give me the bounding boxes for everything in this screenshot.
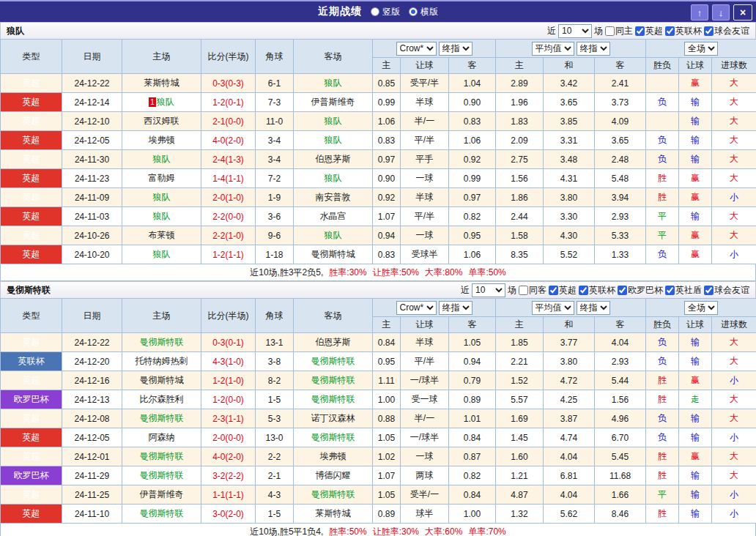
league-checkbox[interactable]: [579, 286, 588, 295]
home-team-cell[interactable]: 1狼队: [122, 93, 201, 112]
same-venue-checkbox[interactable]: [519, 286, 528, 295]
scope-header: 全场: [646, 299, 756, 317]
goals-result-cell: 大: [712, 74, 756, 93]
league-checkbox[interactable]: [635, 26, 645, 36]
euro-stage-select[interactable]: 终指: [577, 42, 610, 56]
league-filter[interactable]: 球会友谊: [704, 25, 749, 37]
away-team-cell[interactable]: 博德闪耀: [294, 466, 373, 485]
home-team-cell[interactable]: 狼队: [122, 188, 201, 207]
league-filter[interactable]: 球会友谊: [704, 284, 749, 297]
odds-provider-select[interactable]: Crow*: [396, 301, 437, 315]
league-checkbox[interactable]: [618, 286, 627, 295]
same-venue-checkbox[interactable]: [605, 26, 615, 36]
home-team-cell[interactable]: 狼队: [122, 150, 201, 169]
away-team-name: 诺丁汉森林: [311, 413, 355, 423]
league-filter[interactable]: 英超: [549, 284, 577, 297]
home-team-cell[interactable]: 曼彻斯特联: [122, 466, 201, 485]
home-team-cell[interactable]: 曼彻斯特联: [122, 409, 201, 428]
match-count-select[interactable]: 10: [472, 283, 505, 297]
league-checkbox[interactable]: [704, 26, 714, 36]
euro-provider-select[interactable]: 平均值: [532, 42, 574, 56]
close-button[interactable]: ×: [733, 4, 752, 21]
handicap-away-odds-cell: 1.00: [449, 505, 496, 524]
away-team-cell[interactable]: 曼彻斯特联: [294, 352, 373, 371]
league-filters: 英超英联杯欧罗巴杯英社盾球会友谊: [549, 284, 749, 297]
away-team-cell[interactable]: 水晶宫: [294, 207, 373, 226]
home-team-cell[interactable]: 曼彻斯特联: [122, 447, 201, 466]
match-count-select[interactable]: 10: [558, 24, 592, 38]
euro-stage-select[interactable]: 终指: [577, 301, 610, 315]
away-team-cell[interactable]: 曼彻斯特城: [294, 245, 373, 264]
home-team-cell[interactable]: 伊普斯维奇: [122, 485, 201, 505]
away-team-cell[interactable]: 曼彻斯特联: [294, 485, 373, 505]
away-team-cell[interactable]: 伯恩茅斯: [294, 333, 373, 352]
home-team-cell[interactable]: 托特纳姆热刺: [122, 352, 201, 371]
home-team-name: 托特纳姆热刺: [136, 356, 188, 366]
scroll-down-button[interactable]: ↓: [712, 4, 730, 21]
home-team-cell[interactable]: 阿森纳: [122, 428, 201, 447]
home-team-cell[interactable]: 富勒姆: [122, 169, 201, 188]
league-filter[interactable]: 英社盾: [665, 284, 702, 297]
scope-select[interactable]: 全场: [684, 301, 718, 315]
score-cell: 1-2(1-1): [201, 245, 256, 264]
handicap-line-cell: 半球: [401, 93, 449, 112]
league-filter[interactable]: 英超: [635, 25, 663, 37]
league-label: 英社盾: [675, 284, 702, 297]
away-team-cell[interactable]: 南安普敦: [294, 188, 373, 207]
away-team-cell[interactable]: 狼队: [294, 131, 373, 150]
euro-provider-select[interactable]: 平均值: [532, 301, 574, 315]
away-team-cell[interactable]: 狼队: [294, 112, 373, 131]
league-checkbox[interactable]: [549, 286, 558, 295]
odds-stage-select[interactable]: 终指: [439, 301, 472, 315]
away-team-cell[interactable]: 曼彻斯特联: [294, 428, 373, 447]
home-team-cell[interactable]: 西汉姆联: [122, 112, 201, 131]
away-team-name: 曼彻斯特联: [311, 394, 355, 404]
odds-provider-select[interactable]: Crow*: [396, 42, 437, 56]
corner-cell: 6-1: [256, 74, 294, 93]
league-checkbox[interactable]: [665, 26, 675, 36]
match-date-cell: 24-11-09: [62, 188, 122, 207]
score-cell: 2-3(1-1): [201, 409, 256, 428]
euro-away-odds-cell: 3.94: [595, 188, 646, 207]
home-team-cell[interactable]: 莱斯特城: [122, 74, 201, 93]
handicap-result-cell: 输: [679, 93, 712, 112]
league-checkbox[interactable]: [704, 286, 714, 295]
euro-away-odds-cell: 4.09: [595, 112, 646, 131]
home-team-cell[interactable]: 比尔森胜利: [122, 390, 201, 409]
away-team-cell[interactable]: 伯恩茅斯: [294, 150, 373, 169]
layout-radio[interactable]: 竖版: [371, 6, 400, 18]
same-venue-filter[interactable]: 同客: [519, 284, 546, 297]
odds-stage-select[interactable]: 终指: [439, 42, 472, 56]
away-team-cell[interactable]: 曼彻斯特联: [294, 371, 373, 390]
home-team-cell[interactable]: 狼队: [122, 207, 201, 226]
handicap-home-odds-cell: 0.99: [373, 93, 401, 112]
home-team-cell[interactable]: 布莱顿: [122, 226, 201, 245]
league-filter[interactable]: 欧罗巴杯: [618, 284, 663, 297]
layout-radio[interactable]: 横版: [409, 6, 438, 18]
scope-select[interactable]: 全场: [684, 42, 718, 56]
away-team-cell[interactable]: 狼队: [294, 226, 373, 245]
col-date: 日期: [62, 299, 122, 333]
away-team-cell[interactable]: 伊普斯维奇: [294, 93, 373, 112]
home-team-cell[interactable]: 埃弗顿: [122, 131, 201, 150]
away-team-name: 水晶宫: [320, 211, 346, 221]
league-filter[interactable]: 英联杯: [665, 25, 702, 37]
handicap-result-cell: 输: [679, 207, 712, 226]
away-team-cell[interactable]: 曼彻斯特联: [294, 390, 373, 409]
league-filter[interactable]: 英联杯: [579, 284, 615, 297]
away-team-cell[interactable]: 狼队: [294, 74, 373, 93]
home-team-cell[interactable]: 曼彻斯特城: [122, 371, 201, 390]
away-team-cell[interactable]: 埃弗顿: [294, 447, 373, 466]
home-team-cell[interactable]: 狼队: [122, 245, 201, 264]
home-team-cell[interactable]: 曼彻斯特联: [122, 505, 201, 524]
scroll-up-button[interactable]: ↑: [691, 4, 708, 21]
away-team-cell[interactable]: 莱斯特城: [294, 505, 373, 524]
league-type-cell: 英超: [1, 485, 62, 505]
away-team-cell[interactable]: 诺丁汉森林: [294, 409, 373, 428]
home-team-cell[interactable]: 曼彻斯特联: [122, 333, 201, 352]
league-checkbox[interactable]: [665, 286, 675, 295]
summary-stat: 单率:50%: [468, 267, 505, 278]
away-team-name: 莱斯特城: [316, 508, 351, 518]
away-team-cell[interactable]: 狼队: [294, 169, 373, 188]
same-venue-filter[interactable]: 同主: [605, 25, 633, 37]
